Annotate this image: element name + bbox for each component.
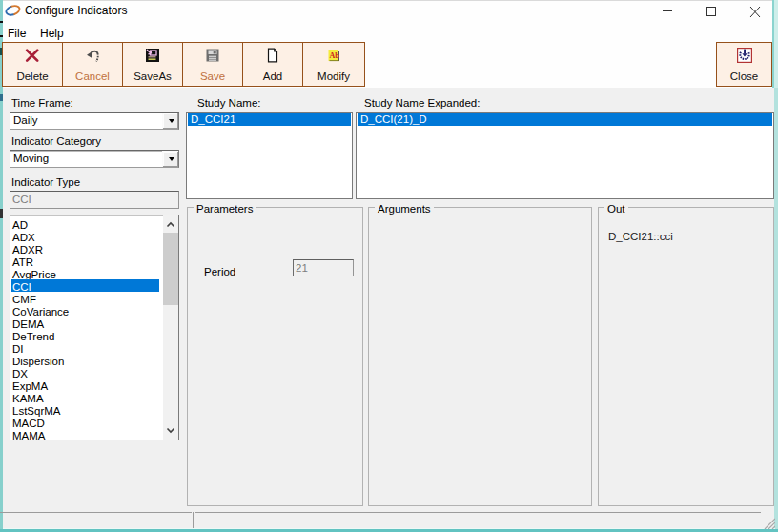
- svg-text:Ab: Ab: [330, 51, 340, 60]
